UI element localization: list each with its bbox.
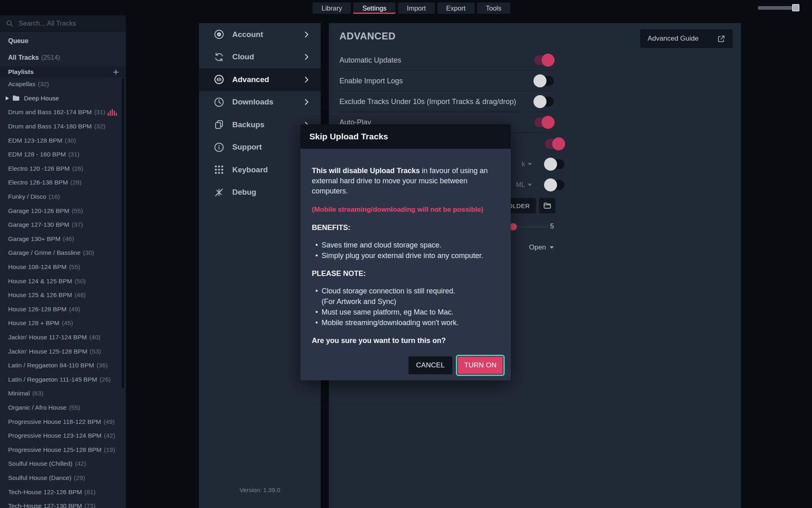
toggle-switch[interactable] — [545, 159, 564, 169]
playlist-count: (30) — [83, 249, 94, 256]
playlist-name: Jackin' House 125-128 BPM — [8, 348, 87, 355]
open-dropdown[interactable]: Open — [529, 243, 554, 252]
playlist-item[interactable]: Garage 130+ BPM (46) — [0, 232, 126, 246]
playlist-item[interactable]: EDM 123-128 BPM (30) — [0, 133, 126, 148]
playlist-item[interactable]: Soulful House (Dance) (29) — [0, 471, 126, 485]
playlist-item[interactable]: Progressive House 118-122 BPM (49) — [0, 415, 126, 429]
settings-nav-item[interactable]: Downloads — [199, 91, 321, 114]
playlist-name: Garage / Grime / Bassline — [8, 249, 80, 256]
account-icon — [214, 29, 225, 40]
playlist-name: Deep House — [24, 95, 59, 102]
setting-slider-track[interactable] — [513, 226, 549, 228]
playlist-item[interactable]: House 125 & 126 BPM (48) — [0, 288, 126, 302]
benefit-item: Simply plug your external drive into any… — [312, 250, 499, 261]
toggle-switch[interactable] — [545, 180, 564, 190]
playlist-name: House 126-128 BPM — [8, 306, 67, 313]
main-tab[interactable]: Tools — [477, 2, 511, 14]
playlist-item[interactable]: House 124 & 125 BPM (50) — [0, 274, 126, 288]
playlist-name: House 128 + BPM — [8, 319, 59, 327]
playlist-item[interactable]: Garage 127-130 BPM (37) — [0, 218, 126, 232]
zoom-slider[interactable] — [758, 6, 796, 10]
playlist-name: Soulful House (Chilled) — [8, 460, 73, 467]
playlist-item[interactable]: Organic / Afro House (55) — [0, 401, 126, 415]
playlist-item[interactable]: Progressive House 125-128 BPM (19) — [0, 443, 126, 457]
playlist-count: (46) — [63, 235, 74, 243]
playlist-count: (81) — [84, 488, 96, 496]
playlist-count: (42) — [75, 460, 86, 467]
main-tab[interactable]: Library — [313, 2, 351, 14]
playlist-item[interactable]: Tech-House 127-130 BPM (73) — [0, 499, 126, 508]
settings-nav-item[interactable]: Cloud — [199, 46, 321, 69]
playlist-item[interactable]: Funky / Disco (16) — [0, 190, 126, 204]
playlist-item[interactable]: Minimal (63) — [0, 386, 126, 401]
toggle-switch[interactable] — [534, 76, 554, 86]
zoom-slider-handle[interactable] — [792, 4, 799, 11]
chevron-down-icon — [550, 246, 554, 249]
playlist-item[interactable]: Latin / Reggaeton 111-145 BPM (26) — [0, 372, 126, 386]
cut-off-dropdown-label: k — [522, 161, 525, 168]
toggle-knob — [533, 74, 546, 87]
playlist-item[interactable]: Deep House — [0, 91, 126, 106]
benefits-list: Saves time and cloud storage space. Simp… — [312, 240, 499, 261]
setting-row: Enable Import Logs — [339, 71, 554, 91]
playlist-name: Garage 130+ BPM — [8, 235, 60, 243]
sidebar-item-queue[interactable]: Queue — [0, 33, 126, 49]
confirm-question: Are you sure you want to turn this on? — [312, 336, 499, 346]
playlist-item[interactable]: Garage / Grime / Bassline (30) — [0, 246, 126, 260]
note-text: Must use same platform, eg Mac to Mac. — [322, 307, 454, 317]
toggle-switch[interactable] — [534, 97, 554, 106]
note-text: Cloud storage connection is still requir… — [322, 286, 455, 296]
setting-row: Exclude Tracks Under 10s (Import Tracks … — [339, 91, 554, 112]
benefit-item: Saves time and cloud storage space. — [312, 240, 499, 250]
sidebar-scrollbar[interactable] — [122, 78, 124, 388]
main-tab[interactable]: Import — [398, 2, 435, 14]
playlist-name: Tech-House 122-126 BPM — [8, 488, 82, 496]
main-tab[interactable]: Export — [437, 2, 475, 14]
settings-nav-label: Keyboard — [232, 165, 268, 174]
toggle-switch[interactable] — [534, 55, 554, 65]
playlist-item[interactable]: Latin / Reggaeton 84-110 BPM (36) — [0, 358, 126, 373]
playlist-item[interactable]: House 128 + BPM (45) — [0, 316, 126, 330]
playlist-count: (29) — [74, 474, 85, 482]
playlist-item[interactable]: House 126-128 BPM (49) — [0, 302, 126, 317]
top-bar: Library Settings Import Export Tools — [0, 0, 812, 16]
playlist-item[interactable]: Acapellas (32) — [0, 77, 126, 91]
playlist-name: Progressive House 123-124 BPM — [8, 432, 102, 439]
main-tab[interactable]: Settings — [353, 2, 395, 14]
toggle-switch[interactable] — [534, 117, 554, 127]
playlist-count: (49) — [104, 418, 115, 426]
expand-caret-icon[interactable] — [6, 96, 9, 100]
playlist-name: Jackin' House 117-124 BPM — [8, 334, 87, 341]
playlist-name: Funky / Disco — [8, 193, 46, 200]
settings-nav-item[interactable]: Account — [199, 23, 321, 46]
playlist-item[interactable]: House 108-124 BPM (55) — [0, 260, 126, 274]
playlist-count: (42) — [104, 432, 115, 439]
playlist-item[interactable]: Jackin' House 117-124 BPM (40) — [0, 330, 126, 345]
playlist-name: Tech-House 127-130 BPM — [8, 502, 82, 508]
turn-on-button[interactable]: TURN ON — [457, 356, 503, 375]
sidebar-item-all-tracks[interactable]: All Tracks (2514) — [0, 50, 126, 65]
playlist-item[interactable]: EDM 128 - 160 BPM (31) — [0, 148, 126, 162]
playlist-item[interactable]: Jackin' House 125-128 BPM (53) — [0, 344, 126, 358]
playlist-item[interactable]: Soulful House (Chilled) (42) — [0, 457, 126, 471]
folder-picker-button[interactable] — [539, 198, 555, 213]
playlist-item[interactable]: Tech-House 122-126 BPM (81) — [0, 485, 126, 499]
playlist-count: (48) — [75, 291, 86, 299]
cancel-button[interactable]: CANCEL — [408, 356, 453, 374]
playlist-item[interactable]: Garage 120-126 BPM (55) — [0, 204, 126, 218]
search-input[interactable] — [19, 20, 112, 27]
playlist-item[interactable]: Electro 120 -126 BPM (26) — [0, 162, 126, 176]
toggle-switch[interactable] — [545, 139, 564, 149]
setting-row: Automatic Updates — [339, 50, 554, 71]
playlist-item[interactable]: Progressive House 123-124 BPM (42) — [0, 429, 126, 443]
settings-nav-item[interactable]: Advanced — [199, 68, 321, 91]
add-playlist-button[interactable] — [111, 67, 120, 76]
playlist-item[interactable]: Drum and Bass 174-180 BPM (32) — [0, 119, 126, 134]
playlists-header: Playlists — [0, 66, 126, 78]
playlist-item[interactable]: Drum and Bass 162-174 BPM (31) — [0, 105, 126, 119]
playlist-item[interactable]: Electro 126-138 BPM (28) — [0, 176, 126, 190]
backups-icon — [214, 119, 225, 130]
playlist-name: Garage 120-126 BPM — [8, 207, 69, 215]
advanced-guide-button[interactable]: Advanced Guide — [640, 29, 733, 48]
settings-nav-label: Cloud — [232, 52, 254, 61]
